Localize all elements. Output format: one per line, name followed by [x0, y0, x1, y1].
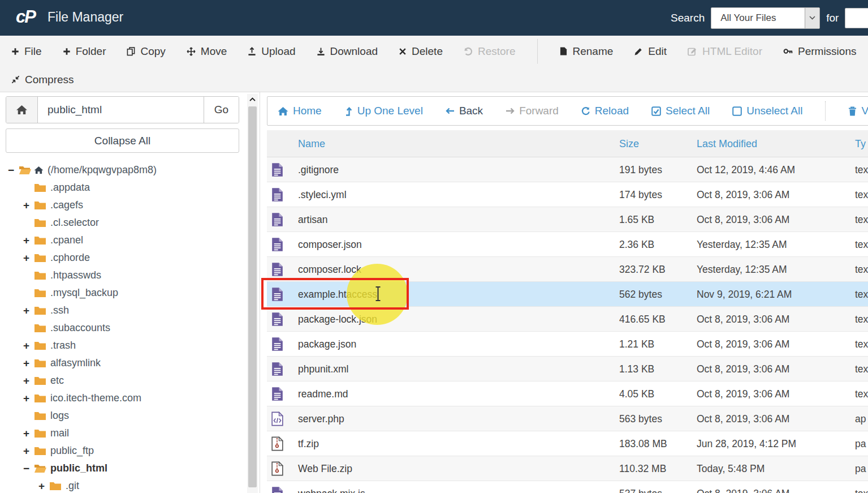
- expand-icon[interactable]: +: [23, 340, 34, 352]
- tree-item-home-kpqwgvpap8m8[interactable]: −(/home/kpqwgvpap8m8): [0, 161, 247, 179]
- expand-icon[interactable]: +: [23, 199, 34, 212]
- tree-item-mysql-backup[interactable]: .mysql_backup: [0, 284, 247, 302]
- tree-item-label[interactable]: .mysql_backup: [50, 287, 118, 299]
- nav-button-back[interactable]: Back: [446, 105, 483, 117]
- file-row-composer-lock[interactable]: composer.lock323.72 KBYesterday, 12:35 A…: [267, 257, 868, 282]
- column-header-last-modified[interactable]: Last Modified: [697, 130, 757, 157]
- tree-item-cl-selector[interactable]: .cl.selector: [0, 214, 247, 232]
- tree-item-label[interactable]: (/home/kpqwgvpap8m8): [47, 164, 157, 176]
- file-name[interactable]: package-lock.json: [298, 307, 377, 332]
- toolbar-button-download[interactable]: Download: [317, 45, 378, 58]
- tree-item-label[interactable]: .htpasswds: [50, 269, 101, 281]
- expand-icon[interactable]: +: [23, 357, 34, 370]
- go-button[interactable]: Go: [204, 97, 239, 123]
- tree-item-label[interactable]: .appdata: [50, 182, 90, 194]
- sidebar-scrollbar[interactable]: [247, 94, 258, 493]
- nav-button-reload[interactable]: Reload: [581, 105, 629, 117]
- file-row-artisan[interactable]: artisan1.65 KBOct 8, 2019, 3:06 AMtex: [267, 207, 868, 232]
- home-button[interactable]: [6, 97, 38, 123]
- toolbar-button-rename[interactable]: Rename: [560, 45, 613, 58]
- tree-item-git[interactable]: +.git: [0, 477, 247, 493]
- tree-item-label[interactable]: .subaccounts: [50, 322, 110, 334]
- file-row-example-htaccess[interactable]: example.htaccess562 bytesNov 9, 2019, 6:…: [267, 282, 868, 307]
- collapse-icon[interactable]: −: [23, 462, 34, 475]
- file-name[interactable]: composer.lock: [298, 257, 361, 282]
- expand-icon[interactable]: +: [23, 427, 34, 440]
- file-name[interactable]: example.htaccess: [298, 282, 377, 307]
- file-row-styleci-yml[interactable]: .styleci.yml174 bytesOct 8, 2019, 3:06 A…: [267, 182, 868, 207]
- file-name[interactable]: server.php: [298, 406, 344, 431]
- file-name[interactable]: .gitignore: [298, 157, 339, 182]
- toolbar-button-move[interactable]: Move: [187, 45, 227, 58]
- toolbar-button-folder[interactable]: Folder: [63, 45, 106, 58]
- toolbar-button-delete[interactable]: Delete: [399, 45, 443, 58]
- file-name[interactable]: package.json: [298, 332, 356, 357]
- column-header-type[interactable]: Ty: [855, 130, 866, 157]
- tree-item-label[interactable]: .git: [66, 480, 79, 492]
- file-name[interactable]: webpack.mix.js: [298, 481, 365, 493]
- tree-item-trash[interactable]: +.trash: [0, 337, 247, 354]
- expand-icon[interactable]: +: [23, 445, 34, 457]
- chevron-up-icon[interactable]: [247, 94, 258, 105]
- tree-item-public-ftp[interactable]: +public_ftp: [0, 442, 247, 460]
- toolbar-button-file[interactable]: File: [11, 45, 42, 58]
- nav-button-unselect-all[interactable]: Unselect All: [732, 105, 802, 117]
- tree-item-label[interactable]: alfasymlink: [50, 357, 101, 369]
- tree-item-logs[interactable]: logs: [0, 407, 247, 425]
- file-name[interactable]: tf.zip: [298, 431, 319, 456]
- search-scope-select[interactable]: All Your Files: [711, 7, 820, 29]
- toolbar-button-copy[interactable]: Copy: [127, 45, 165, 58]
- tree-item-htpasswds[interactable]: .htpasswds: [0, 267, 247, 284]
- toolbar-button-permissions[interactable]: Permissions: [783, 45, 856, 58]
- tree-item-subaccounts[interactable]: .subaccounts: [0, 319, 247, 337]
- scrollbar-thumb[interactable]: [248, 106, 257, 487]
- tree-item-label[interactable]: .cphorde: [50, 252, 90, 264]
- tree-item-ssh[interactable]: +.ssh: [0, 302, 247, 319]
- tree-item-public-html[interactable]: −public_html: [0, 460, 247, 477]
- nav-button-select-all[interactable]: Select All: [651, 105, 710, 117]
- nav-button-view-t[interactable]: View T: [848, 105, 868, 117]
- tree-item-alfasymlink[interactable]: +alfasymlink: [0, 354, 247, 372]
- file-row-package-lock-json[interactable]: package-lock.json416.65 KBOct 8, 2019, 3…: [267, 307, 868, 332]
- file-row-tf-zip[interactable]: tf.zip183.08 MBJun 28, 2019, 4:12 PMpa: [267, 431, 868, 456]
- search-input[interactable]: [845, 8, 868, 28]
- file-name[interactable]: readme.md: [298, 381, 348, 406]
- tree-item-label[interactable]: mail: [50, 427, 69, 439]
- tree-item-appdata[interactable]: .appdata: [0, 179, 247, 196]
- tree-item-label[interactable]: .cl.selector: [50, 217, 99, 229]
- column-header-size[interactable]: Size: [619, 130, 639, 157]
- file-name[interactable]: phpunit.xml: [298, 357, 349, 381]
- toolbar-button-edit[interactable]: Edit: [634, 45, 667, 58]
- expand-icon[interactable]: +: [38, 480, 49, 492]
- tree-item-ico-itech-theme-com[interactable]: +ico.itech-theme.com: [0, 389, 247, 407]
- column-header-name[interactable]: Name: [298, 130, 325, 157]
- file-name[interactable]: .styleci.yml: [298, 182, 347, 207]
- tree-item-cpanel[interactable]: +.cpanel: [0, 232, 247, 249]
- file-name[interactable]: composer.json: [298, 232, 362, 257]
- file-row-composer-json[interactable]: composer.json2.36 KBYesterday, 12:35 AMt…: [267, 232, 868, 257]
- path-input[interactable]: [38, 97, 204, 123]
- file-row-readme-md[interactable]: readme.md4.05 KBOct 8, 2019, 3:06 AMtex: [267, 381, 868, 406]
- tree-item-label[interactable]: .cagefs: [50, 199, 83, 211]
- tree-item-label[interactable]: public_ftp: [50, 445, 94, 457]
- expand-icon[interactable]: +: [23, 375, 34, 387]
- tree-item-cphorde[interactable]: +.cphorde: [0, 249, 247, 267]
- collapse-all-button[interactable]: Collapse All: [6, 128, 239, 153]
- tree-item-cagefs[interactable]: +.cagefs: [0, 196, 247, 214]
- tree-item-mail[interactable]: +mail: [0, 425, 247, 442]
- file-row-webpack-mix-js[interactable]: webpack.mix.js537 bytesOct 8, 2019, 3:06…: [267, 481, 868, 493]
- tree-item-etc[interactable]: +etc: [0, 372, 247, 389]
- file-row-web-file-zip[interactable]: Web File.zip110.32 MBToday, 5:48 PMpa: [267, 456, 868, 481]
- expand-icon[interactable]: +: [23, 305, 34, 317]
- tree-item-label[interactable]: .ssh: [50, 305, 69, 316]
- toolbar-button-compress[interactable]: Compress: [11, 74, 74, 86]
- tree-item-label[interactable]: logs: [50, 410, 69, 422]
- file-name[interactable]: artisan: [298, 207, 328, 232]
- tree-item-label[interactable]: .cpanel: [50, 234, 83, 246]
- expand-icon[interactable]: +: [23, 234, 34, 247]
- tree-item-label[interactable]: ico.itech-theme.com: [50, 392, 141, 404]
- tree-item-label[interactable]: public_html: [50, 462, 107, 474]
- file-row-package-json[interactable]: package.json1.21 KBOct 8, 2019, 3:06 AMt…: [267, 332, 868, 357]
- file-row-server-php[interactable]: server.php563 bytesOct 8, 2019, 3:06 AMa…: [267, 406, 868, 431]
- nav-button-home[interactable]: Home: [278, 105, 322, 117]
